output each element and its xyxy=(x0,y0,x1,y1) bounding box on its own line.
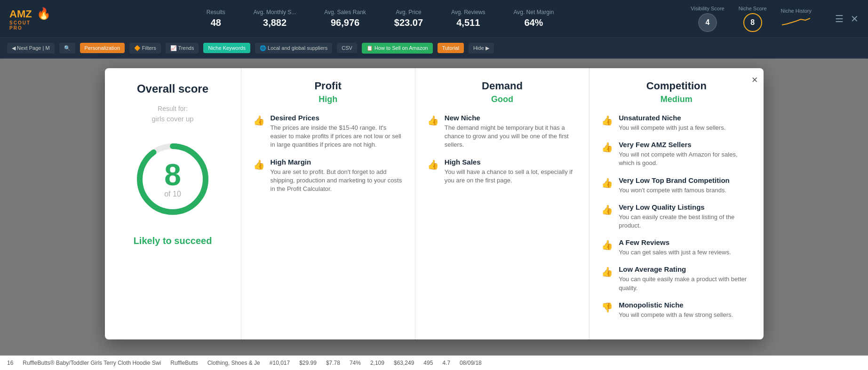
niche-history: Niche History xyxy=(781,8,812,29)
stat-avg-reviews-value: 4,511 xyxy=(451,17,485,28)
profit-criteria-0: 👍 Desired Prices The prices are inside t… xyxy=(253,114,403,150)
next-page-button[interactable]: ◀ Next Page | M xyxy=(7,43,55,54)
competition-criteria-1: 👍 Very Few AMZ Sellers You will not comp… xyxy=(601,141,751,167)
comp-thumbs-up-3: 👍 xyxy=(601,204,613,215)
how-to-sell-button[interactable]: 📋 How to Sell on Amazon xyxy=(362,43,433,54)
competition-criteria-5: 👍 Low Average Rating You can quite easil… xyxy=(601,265,751,292)
stat-sales-rank-label: Avg. Sales Rank xyxy=(324,9,366,16)
comp-criteria-2-desc: You won't compete with famous brands. xyxy=(619,186,730,195)
row-net: $7.78 xyxy=(326,360,340,366)
demand-criteria-1: 👍 High Sales You will have a chance to s… xyxy=(427,158,577,185)
score-number: 8 of 10 xyxy=(164,160,181,198)
comp-thumbs-down-6: 👎 xyxy=(601,302,613,313)
suppliers-button[interactable]: 🌐 Local and global suppliers xyxy=(255,43,332,54)
competition-subtitle: Medium xyxy=(601,94,751,104)
comp-criteria-1-content: Very Few AMZ Sellers You will not compet… xyxy=(619,141,751,167)
close-header-icon[interactable]: ✕ xyxy=(851,13,859,24)
comp-criteria-4-content: A Few Reviews You can get sales with jus… xyxy=(619,238,731,257)
demand-criteria-1-desc: You will have a chance to sell a lot, es… xyxy=(445,168,577,185)
stat-net-margin-value: 64% xyxy=(513,17,554,28)
comp-thumbs-up-5: 👍 xyxy=(601,266,613,277)
competition-title: Competition xyxy=(601,80,751,92)
profit-criteria-1: 👍 High Margin You are set to profit. But… xyxy=(253,158,403,194)
comp-criteria-0-content: Unsaturated Niche You will compete with … xyxy=(619,114,725,132)
competition-section: Competition Medium 👍 Unsaturated Niche Y… xyxy=(589,68,763,339)
likely-to-succeed-text: Likely to succeed xyxy=(134,236,212,246)
niche-keywords-button[interactable]: Niche Keywords xyxy=(203,43,250,53)
row-margin: 74% xyxy=(350,360,361,366)
stat-avg-reviews: Avg. Reviews 4,511 xyxy=(451,9,485,28)
stats-area: Results 48 Avg. Monthly S... 3,882 Avg. … xyxy=(70,9,691,28)
filters-button[interactable]: 🔶 Filters xyxy=(129,43,161,54)
comp-thumbs-up-4: 👍 xyxy=(601,239,613,251)
row-reviews: 2,109 xyxy=(370,360,384,366)
stat-results-label: Results xyxy=(207,9,225,16)
stat-sales-rank: Avg. Sales Rank 96,976 xyxy=(324,9,366,28)
competition-criteria-6: 👎 Monopolistic Niche You will compete wi… xyxy=(601,301,751,319)
score-ring-container: 8 of 10 xyxy=(130,137,215,221)
demand-thumbs-up-1: 👍 xyxy=(427,159,439,170)
score-big-number: 8 xyxy=(164,160,181,190)
modal: × Overall score Result for: girls cover … xyxy=(105,68,764,339)
profit-section: Profit High 👍 Desired Prices The prices … xyxy=(241,68,415,339)
demand-subtitle: Good xyxy=(427,94,577,104)
personalization-button[interactable]: Personalization xyxy=(80,43,125,53)
demand-criteria-0-desc: The demand might be temporary but it has… xyxy=(445,124,577,150)
profit-criteria-1-title: High Margin xyxy=(271,158,403,166)
logo-area: AMZ 🔥 SCOUTPRO xyxy=(9,7,51,31)
demand-thumbs-up-0: 👍 xyxy=(427,115,439,126)
profit-title: Profit xyxy=(253,80,403,92)
profit-criteria-1-desc: You are set to profit. But don't forget … xyxy=(271,168,403,194)
demand-criteria-0-title: New Niche xyxy=(445,114,577,122)
profit-criteria-0-title: Desired Prices xyxy=(271,114,403,122)
modal-overlay: × Overall score Result for: girls cover … xyxy=(0,59,868,370)
visibility-score-label: Visibility Score xyxy=(691,6,724,11)
comp-thumbs-up-1: 👍 xyxy=(601,142,613,153)
comp-criteria-1-desc: You will not compete with Amazon for sal… xyxy=(619,150,751,167)
stat-net-margin: Avg. Net Margin 64% xyxy=(513,9,554,28)
demand-criteria-1-content: High Sales You will have a chance to sel… xyxy=(445,158,577,185)
stat-avg-price: Avg. Price $23.07 xyxy=(394,9,423,28)
menu-icon[interactable]: ☰ xyxy=(835,13,844,24)
stat-avg-price-label: Avg. Price xyxy=(394,9,423,16)
score-of-text: of 10 xyxy=(164,190,181,198)
comp-criteria-3-content: Very Low Quality Listings You can easily… xyxy=(619,203,751,230)
profit-criteria-0-content: Desired Prices The prices are inside the… xyxy=(271,114,403,150)
hide-button[interactable]: Hide ▶ xyxy=(469,43,494,54)
comp-thumbs-up-2: 👍 xyxy=(601,177,613,189)
comp-criteria-5-desc: You can quite easily make a product with… xyxy=(619,275,751,292)
logo-text: AMZ 🔥 SCOUTPRO xyxy=(9,7,51,31)
comp-criteria-6-title: Monopolistic Niche xyxy=(619,301,733,309)
stat-monthly-sales: Avg. Monthly S... 3,882 xyxy=(254,9,296,28)
row-price: $29.99 xyxy=(299,360,317,366)
overall-score-section: Overall score Result for: girls cover up… xyxy=(105,68,241,339)
row-date: 08/09/18 xyxy=(460,360,482,366)
overall-score-title: Overall score xyxy=(137,82,208,95)
comp-criteria-2-content: Very Low Top Brand Competition You won't… xyxy=(619,176,730,195)
competition-criteria-4: 👍 A Few Reviews You can get sales with j… xyxy=(601,238,751,257)
stat-net-margin-label: Avg. Net Margin xyxy=(513,9,554,16)
comp-criteria-6-content: Monopolistic Niche You will compete with… xyxy=(619,301,733,319)
main-area: × Overall score Result for: girls cover … xyxy=(0,59,868,370)
row-brand: RuffleButts xyxy=(170,360,198,366)
toolbar: ◀ Next Page | M 🔍 Personalization 🔶 Filt… xyxy=(0,38,868,59)
stat-monthly-sales-label: Avg. Monthly S... xyxy=(254,9,296,16)
row-number: 16 xyxy=(7,360,13,366)
comp-criteria-0-desc: You will compete with just a few sellers… xyxy=(619,124,725,132)
visibility-score-value: 4 xyxy=(698,13,717,32)
search-button[interactable]: 🔍 xyxy=(59,43,75,54)
competition-criteria-0: 👍 Unsaturated Niche You will compete wit… xyxy=(601,114,751,132)
demand-criteria-1-title: High Sales xyxy=(445,158,577,166)
niche-score-value: 8 xyxy=(743,13,762,32)
row-product: RuffleButts® Baby/Toddler Girls Terry Cl… xyxy=(23,360,161,366)
demand-criteria-0-content: New Niche The demand might be temporary … xyxy=(445,114,577,150)
comp-criteria-4-title: A Few Reviews xyxy=(619,238,731,246)
trends-button[interactable]: 📈 Trends xyxy=(166,43,199,54)
row-revenue: $63,249 xyxy=(394,360,414,366)
tutorial-button[interactable]: Tutorial xyxy=(438,43,464,53)
demand-title: Demand xyxy=(427,80,577,92)
modal-close-button[interactable]: × xyxy=(752,74,758,86)
row-rating: 4.7 xyxy=(442,360,450,366)
csv-button[interactable]: CSV xyxy=(337,43,357,53)
thumbs-up-icon-0: 👍 xyxy=(253,115,265,126)
